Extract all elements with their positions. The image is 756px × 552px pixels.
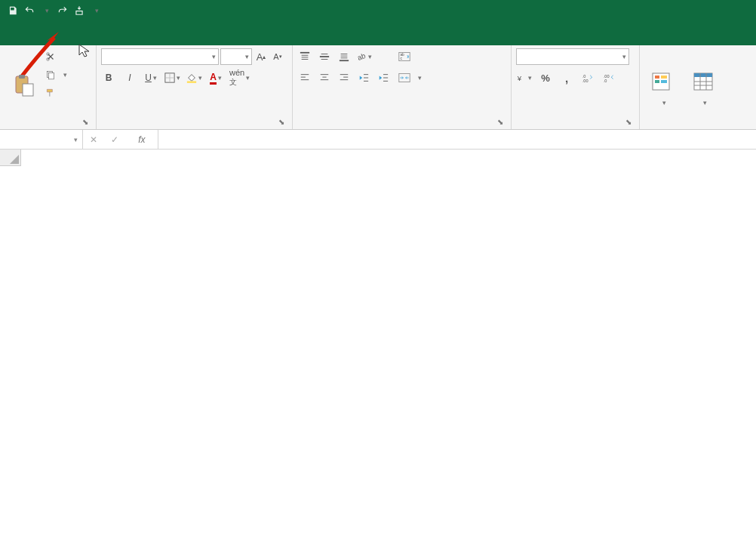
decrease-font-icon[interactable]: A▾: [270, 48, 285, 65]
svg-text:.00: .00: [582, 79, 589, 83]
spreadsheet-grid: [0, 150, 756, 166]
increase-font-icon[interactable]: A▴: [254, 48, 269, 65]
svg-rect-49: [655, 76, 659, 79]
merge-center-button[interactable]: [398, 69, 422, 86]
align-right-icon[interactable]: [337, 69, 352, 86]
group-alignment: ab abc ⬊: [293, 45, 512, 129]
percent-button[interactable]: %: [538, 69, 553, 86]
save-icon[interactable]: [5, 2, 21, 19]
increase-indent-icon[interactable]: [376, 69, 391, 86]
underline-button[interactable]: U: [143, 69, 158, 86]
comma-button[interactable]: ,: [559, 69, 574, 86]
ribbon-tabs: [0, 21, 756, 45]
ribbon: ⬊ ▾ ▾ A▴ A▾ B I U A wén文 ⬊: [0, 45, 756, 130]
title-bar: [0, 0, 756, 21]
svg-rect-7: [49, 73, 54, 79]
window-title: [741, 5, 748, 16]
orientation-button[interactable]: ab: [356, 48, 372, 65]
svg-rect-51: [661, 76, 667, 79]
accounting-format-button[interactable]: ¥: [516, 69, 532, 86]
align-left-icon[interactable]: [297, 69, 312, 86]
svg-text:.0: .0: [604, 79, 607, 83]
cancel-formula-icon[interactable]: ✕: [90, 134, 97, 145]
align-dialog-launcher[interactable]: ⬊: [496, 117, 505, 126]
svg-text:ab: ab: [356, 51, 367, 62]
name-box[interactable]: ▾: [0, 130, 83, 149]
formula-bar: ▾ ✕ ✓ fx: [0, 130, 756, 150]
align-middle-icon[interactable]: [317, 48, 332, 65]
borders-button[interactable]: [164, 69, 180, 86]
svg-rect-11: [187, 81, 196, 83]
group-clipboard: ⬊: [0, 45, 97, 129]
svg-rect-2: [19, 75, 25, 79]
format-painter-button[interactable]: [45, 85, 67, 101]
increase-decimal-icon[interactable]: .0.00: [580, 69, 595, 86]
group-font: ▾ ▾ A▴ A▾ B I U A wén文 ⬊: [97, 45, 293, 129]
font-color-button[interactable]: A: [208, 69, 223, 86]
redo-icon[interactable]: [54, 2, 71, 19]
conditional-format-button[interactable]: [644, 48, 682, 128]
group-styles: [640, 45, 745, 129]
svg-rect-54: [694, 73, 712, 77]
number-format-select[interactable]: ▾: [516, 48, 629, 65]
undo-icon[interactable]: [21, 2, 38, 19]
font-name-select[interactable]: ▾: [101, 48, 219, 65]
select-all-corner[interactable]: [0, 150, 21, 166]
format-as-table-button[interactable]: [685, 48, 723, 128]
wrap-text-button[interactable]: abc: [398, 48, 422, 65]
clipboard-dialog-launcher[interactable]: ⬊: [81, 117, 90, 126]
svg-text:c: c: [400, 57, 402, 60]
fx-icon[interactable]: fx: [133, 134, 151, 145]
bold-button[interactable]: B: [101, 69, 116, 86]
copy-button[interactable]: [45, 66, 67, 83]
qat-customize-dropdown[interactable]: [88, 2, 104, 19]
decrease-decimal-icon[interactable]: .00.0: [601, 69, 616, 86]
phonetic-button[interactable]: wén文: [229, 69, 250, 86]
font-size-select[interactable]: ▾: [220, 48, 252, 65]
font-dialog-launcher[interactable]: ⬊: [277, 117, 286, 126]
align-top-icon[interactable]: [297, 48, 312, 65]
svg-rect-50: [655, 80, 659, 83]
decrease-indent-icon[interactable]: [356, 69, 371, 86]
formula-input[interactable]: [158, 130, 756, 149]
cut-button[interactable]: [45, 48, 67, 65]
align-center-icon[interactable]: [317, 69, 332, 86]
svg-rect-52: [661, 80, 667, 83]
touch-mode-icon[interactable]: [71, 2, 88, 19]
enter-formula-icon[interactable]: ✓: [111, 134, 118, 145]
svg-text:¥: ¥: [517, 74, 522, 82]
italic-button[interactable]: I: [122, 69, 137, 86]
group-number: ▾ ¥ % , .0.00 .00.0 ⬊: [512, 45, 640, 129]
paste-button[interactable]: [5, 48, 42, 125]
svg-rect-3: [23, 84, 33, 96]
align-bottom-icon[interactable]: [337, 48, 352, 65]
undo-dropdown[interactable]: [38, 2, 54, 19]
number-dialog-launcher[interactable]: ⬊: [624, 117, 633, 126]
fill-color-button[interactable]: [186, 69, 202, 86]
